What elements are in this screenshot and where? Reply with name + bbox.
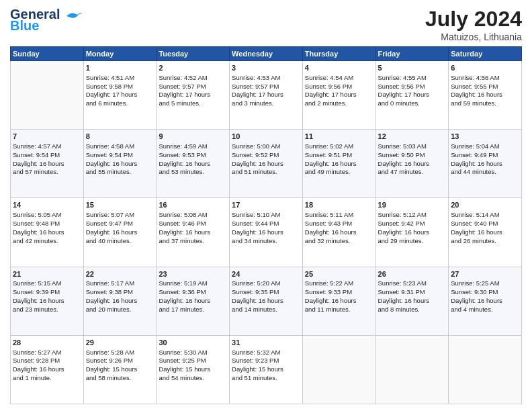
cell-content-line: Daylight: 15 hours — [86, 365, 154, 374]
cell-content-line: and 17 minutes. — [159, 306, 227, 314]
day-number: 9 — [159, 132, 227, 142]
day-number: 1 — [86, 63, 154, 73]
cell-content-line: Sunset: 9:55 PM — [451, 83, 519, 91]
week-row-2: 7Sunrise: 4:57 AMSunset: 9:54 PMDaylight… — [11, 130, 522, 198]
cell-content-line: Daylight: 17 hours — [86, 91, 154, 99]
cell-content-line: Sunrise: 5:28 AM — [86, 349, 154, 357]
cell-content-line: Daylight: 16 hours — [86, 228, 154, 237]
cell-content-line: Sunset: 9:42 PM — [378, 220, 447, 228]
cell-content-line: Daylight: 16 hours — [13, 160, 81, 169]
cell-content-line: Sunset: 9:57 PM — [159, 83, 227, 91]
cell-content-line: Daylight: 16 hours — [13, 365, 81, 374]
cell-content-line: Sunset: 9:52 PM — [232, 151, 300, 160]
cell-1-3: 2Sunrise: 4:52 AMSunset: 9:57 PMDaylight… — [157, 61, 230, 130]
cell-4-1: 21Sunrise: 5:15 AMSunset: 9:39 PMDayligh… — [11, 267, 84, 335]
col-header-thursday: Thursday — [302, 47, 375, 61]
cell-content-line: and 40 minutes. — [86, 237, 154, 246]
cell-content-line: Sunrise: 5:11 AM — [305, 211, 373, 220]
cell-content-line: Sunrise: 5:05 AM — [13, 211, 81, 220]
cell-content-line: Sunrise: 5:15 AM — [13, 279, 81, 288]
cell-content-line: Daylight: 16 hours — [451, 228, 519, 237]
cell-content-line: Daylight: 16 hours — [378, 297, 447, 306]
cell-content-line: Sunrise: 5:20 AM — [232, 279, 300, 288]
cell-4-7: 27Sunrise: 5:25 AMSunset: 9:30 PMDayligh… — [449, 267, 522, 335]
month-year-title: July 2024 — [425, 7, 522, 32]
cell-content-line: and 51 minutes. — [232, 168, 300, 177]
cell-content-line: and 34 minutes. — [232, 237, 300, 246]
cell-content-line: and 14 minutes. — [232, 306, 300, 314]
cell-1-1 — [11, 61, 84, 130]
cell-content-line: and 1 minute. — [13, 374, 81, 383]
cell-content-line: Sunrise: 5:00 AM — [232, 142, 300, 151]
day-number: 29 — [86, 338, 154, 348]
cell-content-line: Sunrise: 5:07 AM — [86, 211, 154, 220]
cell-content-line: and 53 minutes. — [159, 168, 227, 177]
cell-2-7: 13Sunrise: 5:04 AMSunset: 9:49 PMDayligh… — [449, 130, 522, 198]
cell-content-line: Sunset: 9:46 PM — [159, 220, 227, 228]
cell-content-line: Sunrise: 5:27 AM — [13, 349, 81, 357]
cell-content-line: and 6 minutes. — [86, 99, 154, 108]
week-row-4: 21Sunrise: 5:15 AMSunset: 9:39 PMDayligh… — [11, 267, 522, 335]
cell-content-line: Sunrise: 5:14 AM — [451, 211, 519, 220]
cell-content-line: Sunrise: 4:56 AM — [451, 74, 519, 83]
cell-content-line: Sunrise: 4:58 AM — [86, 142, 154, 151]
cell-content-line: Sunset: 9:26 PM — [86, 357, 154, 365]
cell-content-line: Sunset: 9:44 PM — [232, 220, 300, 228]
cell-content-line: and 5 minutes. — [159, 99, 227, 108]
cell-content-line: and 47 minutes. — [378, 168, 447, 177]
cell-content-line: and 4 minutes. — [451, 306, 519, 314]
day-number: 24 — [232, 269, 300, 279]
col-header-wednesday: Wednesday — [230, 47, 303, 61]
cell-content-line: Sunset: 9:57 PM — [232, 83, 300, 91]
logo-blue: Blue — [10, 18, 39, 34]
cell-content-line: Daylight: 16 hours — [232, 228, 300, 237]
cell-3-3: 16Sunrise: 5:08 AMSunset: 9:46 PMDayligh… — [157, 198, 230, 267]
cell-content-line: Sunrise: 5:04 AM — [451, 142, 519, 151]
cell-content-line: Daylight: 16 hours — [305, 160, 373, 169]
day-number: 20 — [451, 200, 519, 210]
cell-content-line: Sunset: 9:48 PM — [13, 220, 81, 228]
cell-content-line: Sunset: 9:50 PM — [378, 151, 447, 160]
cell-content-line: and 49 minutes. — [305, 168, 373, 177]
cell-3-7: 20Sunrise: 5:14 AMSunset: 9:40 PMDayligh… — [449, 198, 522, 267]
cell-content-line: Sunrise: 5:30 AM — [159, 349, 227, 357]
cell-content-line: Sunrise: 5:08 AM — [159, 211, 227, 220]
cell-content-line: Daylight: 16 hours — [13, 228, 81, 237]
cell-content-line: Sunset: 9:35 PM — [232, 288, 300, 297]
cell-2-6: 12Sunrise: 5:03 AMSunset: 9:50 PMDayligh… — [375, 130, 449, 198]
cell-content-line: Daylight: 16 hours — [159, 160, 227, 169]
cell-content-line: Sunrise: 4:59 AM — [159, 142, 227, 151]
day-number: 8 — [86, 132, 154, 142]
page: General Blue July 2024 Matuizos, Lithuan… — [0, 0, 532, 411]
cell-3-6: 19Sunrise: 5:12 AMSunset: 9:42 PMDayligh… — [375, 198, 449, 267]
day-number: 19 — [378, 200, 447, 210]
cell-content-line: Daylight: 16 hours — [451, 297, 519, 306]
cell-content-line: Daylight: 15 hours — [232, 365, 300, 374]
day-number: 12 — [378, 132, 447, 142]
cell-content-line: Sunset: 9:49 PM — [451, 151, 519, 160]
day-number: 2 — [159, 63, 227, 73]
header: General Blue July 2024 Matuizos, Lithuan… — [10, 7, 522, 42]
day-number: 6 — [451, 63, 519, 73]
cell-content-line: Sunrise: 5:25 AM — [451, 279, 519, 288]
col-header-tuesday: Tuesday — [157, 47, 230, 61]
cell-content-line: Sunset: 9:43 PM — [305, 220, 373, 228]
day-number: 3 — [232, 63, 300, 73]
cell-content-line: Sunset: 9:58 PM — [86, 83, 154, 91]
week-row-3: 14Sunrise: 5:05 AMSunset: 9:48 PMDayligh… — [11, 198, 522, 267]
logo: General Blue — [10, 7, 84, 34]
day-number: 11 — [305, 132, 373, 142]
cell-content-line: and 11 minutes. — [305, 306, 373, 314]
cell-content-line: Daylight: 16 hours — [13, 297, 81, 306]
cell-content-line: and 3 minutes. — [232, 99, 300, 108]
cell-content-line: Daylight: 17 hours — [305, 91, 373, 99]
cell-content-line: Sunrise: 5:03 AM — [378, 142, 447, 151]
cell-content-line: Sunset: 9:38 PM — [86, 288, 154, 297]
day-number: 25 — [305, 269, 373, 279]
cell-2-1: 7Sunrise: 4:57 AMSunset: 9:54 PMDaylight… — [11, 130, 84, 198]
cell-content-line: Daylight: 17 hours — [159, 91, 227, 99]
day-number: 27 — [451, 269, 519, 279]
cell-content-line: Sunrise: 5:22 AM — [305, 279, 373, 288]
cell-content-line: Daylight: 17 hours — [232, 91, 300, 99]
cell-5-5 — [302, 335, 375, 404]
